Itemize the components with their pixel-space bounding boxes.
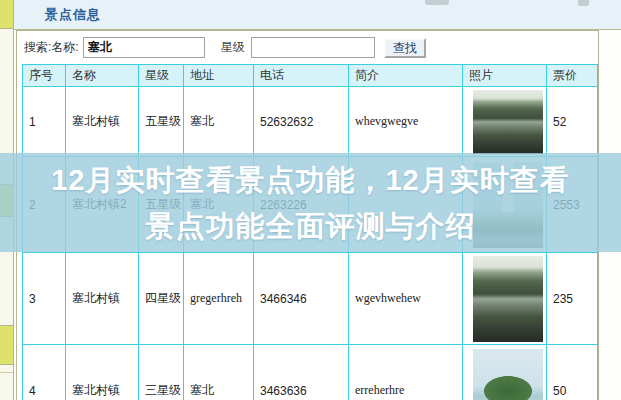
column-header: 照片 [463, 65, 547, 87]
cell-intro: wgevhwehew [349, 253, 463, 345]
cell-photo [463, 345, 547, 400]
column-header: 星级 [139, 65, 184, 87]
promo-overlay-banner: 12月实时查看景点功能，12月实时查看 景点功能全面评测与介绍 [0, 153, 621, 252]
column-header: 票价 [547, 65, 598, 87]
cell-no: 1 [23, 87, 66, 157]
cell-star: 四星级 [139, 253, 184, 345]
cell-name: 塞北村镇 [66, 253, 139, 345]
strip-divider [0, 372, 13, 373]
strip-block [0, 325, 13, 365]
window-artifact [425, 0, 449, 5]
overlay-title-line2: 景点功能全面评测与介绍 [146, 203, 476, 249]
search-button[interactable]: 查找 [384, 38, 426, 58]
cell-price: 235 [547, 253, 598, 345]
search-star-input[interactable] [251, 37, 375, 58]
column-header: 序号 [23, 65, 66, 87]
spot-photo [473, 90, 543, 154]
cell-photo [463, 253, 547, 345]
table-row[interactable]: 3 塞北村镇 四星级 gregerhreh 3466346 wgevhwehew… [23, 253, 598, 345]
cell-price: 50 [547, 345, 598, 400]
cell-price: 52 [547, 87, 598, 157]
column-header: 地址 [184, 65, 254, 87]
table-row[interactable]: 1 塞北村镇 五星级 塞北 52632632 whevgwegve 52 [23, 87, 598, 157]
cell-no: 3 [23, 253, 66, 345]
app-window: 景点信息 搜索:名称: 星级 查找 序号名称星级地址电话简介照片票价 [0, 0, 621, 400]
cell-star: 三星级 [139, 345, 184, 400]
cell-name: 塞北村镇 [66, 87, 139, 157]
page-title: 景点信息 [14, 6, 101, 24]
cell-phone: 3466346 [254, 253, 349, 345]
table-header-row: 序号名称星级地址电话简介照片票价 [23, 65, 598, 87]
cell-phone: 3463636 [254, 345, 349, 400]
spot-photo [473, 349, 543, 400]
cell-addr: 塞北 [184, 345, 254, 400]
cell-photo [463, 87, 547, 157]
column-header: 名称 [66, 65, 139, 87]
cell-no: 4 [23, 345, 66, 400]
search-bar: 搜索:名称: 星级 查找 [17, 31, 598, 64]
search-name-label: 搜索:名称: [24, 39, 79, 56]
column-header: 简介 [349, 65, 463, 87]
cell-intro: erreherhre [349, 345, 463, 400]
table-row[interactable]: 4 塞北村镇 三星级 塞北 3463636 erreherhre 50 [23, 345, 598, 400]
cell-star: 五星级 [139, 87, 184, 157]
window-artifact [578, 0, 589, 6]
titlebar: 景点信息 [14, 0, 621, 30]
cell-intro: whevgwegve [349, 87, 463, 157]
column-header: 电话 [254, 65, 349, 87]
cell-name: 塞北村镇 [66, 345, 139, 400]
cell-addr: gregerhreh [184, 253, 254, 345]
cell-addr: 塞北 [184, 87, 254, 157]
overlay-title-line1: 12月实时查看景点功能，12月实时查看 [51, 157, 570, 203]
search-name-input[interactable] [83, 37, 205, 58]
spot-photo [473, 256, 543, 342]
search-star-label: 星级 [221, 39, 245, 56]
cell-phone: 52632632 [254, 87, 349, 157]
strip-block [0, 0, 13, 29]
